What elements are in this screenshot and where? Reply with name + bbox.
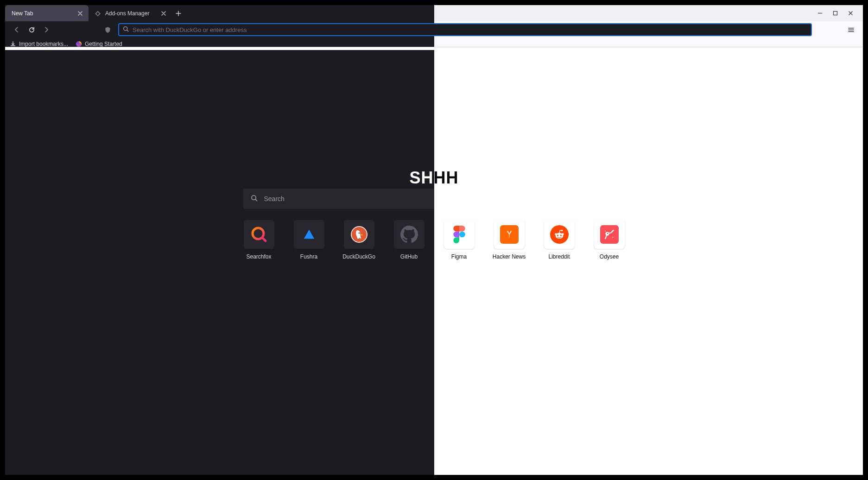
page-title: SHHH <box>409 168 458 188</box>
figma-icon <box>453 226 465 243</box>
search-icon <box>251 195 258 203</box>
tracking-protection-icon[interactable] <box>101 23 114 37</box>
shortcut-label: Odysee <box>600 253 619 260</box>
url-bar[interactable] <box>118 23 812 36</box>
odysee-icon <box>600 225 619 244</box>
window-minimize-button[interactable] <box>816 9 824 18</box>
back-button[interactable] <box>10 23 24 37</box>
window-close-button[interactable] <box>846 9 855 18</box>
url-input[interactable] <box>133 26 807 33</box>
shortcut-duckduckgo[interactable]: DuckDuckGo <box>344 220 374 260</box>
shortcut-fushra[interactable]: Fushra <box>294 220 324 260</box>
bookmark-label: Getting Started <box>85 41 122 47</box>
svg-point-12 <box>555 233 557 235</box>
puzzle-icon <box>95 10 101 17</box>
tab-label: Add-ons Manager <box>105 10 149 17</box>
shortcut-libreddit[interactable]: Libreddit <box>544 220 575 260</box>
reddit-icon <box>550 225 569 244</box>
fushra-icon <box>303 228 316 241</box>
github-icon <box>400 226 418 243</box>
shortcut-label: Figma <box>451 253 467 260</box>
shortcut-hackernews[interactable]: Hacker News <box>494 220 525 260</box>
shortcut-label: GitHub <box>400 253 418 260</box>
bookmark-label: Import bookmarks... <box>19 41 68 47</box>
svg-point-15 <box>605 232 609 235</box>
shortcut-github[interactable]: GitHub <box>394 220 424 260</box>
shortcut-figma[interactable]: Figma <box>444 220 475 260</box>
shortcut-label: DuckDuckGo <box>342 253 375 260</box>
shortcut-label: Fushra <box>300 253 317 260</box>
svg-point-17 <box>612 230 613 231</box>
close-icon[interactable] <box>76 10 84 17</box>
shortcut-label: Searchfox <box>246 253 271 260</box>
new-tab-button[interactable] <box>172 5 185 21</box>
getting-started-bookmark[interactable]: Getting Started <box>76 41 122 47</box>
svg-point-10 <box>557 235 558 236</box>
svg-point-8 <box>459 232 465 238</box>
tab-bar: New Tab Add-ons Manager <box>5 5 863 21</box>
home-search-box[interactable]: Search <box>243 189 625 209</box>
browser-window: New Tab Add-ons Manager <box>5 5 863 475</box>
svg-point-14 <box>561 230 563 232</box>
shortcut-label: Libreddit <box>548 253 570 260</box>
svg-point-19 <box>612 237 613 238</box>
search-icon <box>123 25 129 34</box>
top-sites-grid: Searchfox Fushra DuckDuck <box>244 220 625 260</box>
searchfox-icon <box>250 225 268 244</box>
reload-button[interactable] <box>25 23 38 37</box>
bookmarks-toolbar: Import bookmarks... Getting Started <box>5 38 863 50</box>
tab-label: New Tab <box>12 10 33 17</box>
close-icon[interactable] <box>160 10 167 17</box>
search-placeholder: Search <box>264 195 285 202</box>
shortcut-label: Hacker News <box>493 253 526 260</box>
window-maximize-button[interactable] <box>831 9 839 18</box>
app-menu-button[interactable] <box>844 23 857 36</box>
hackernews-icon <box>500 225 519 244</box>
duckduckgo-icon <box>350 225 368 244</box>
firefox-icon <box>76 41 82 47</box>
svg-point-7 <box>358 233 360 234</box>
shortcut-searchfox[interactable]: Searchfox <box>244 220 274 260</box>
svg-point-18 <box>605 231 606 232</box>
tab-addons-manager[interactable]: Add-ons Manager <box>89 5 172 21</box>
svg-point-13 <box>562 233 564 235</box>
svg-point-11 <box>560 235 561 236</box>
svg-rect-0 <box>833 12 837 15</box>
nav-toolbar <box>5 21 863 38</box>
import-bookmarks-button[interactable]: Import bookmarks... <box>10 41 68 47</box>
forward-button[interactable] <box>39 23 53 37</box>
import-icon <box>10 41 16 47</box>
shortcut-odysee[interactable]: Odysee <box>594 220 625 260</box>
tab-new-tab[interactable]: New Tab <box>5 5 89 21</box>
svg-point-16 <box>607 233 608 234</box>
